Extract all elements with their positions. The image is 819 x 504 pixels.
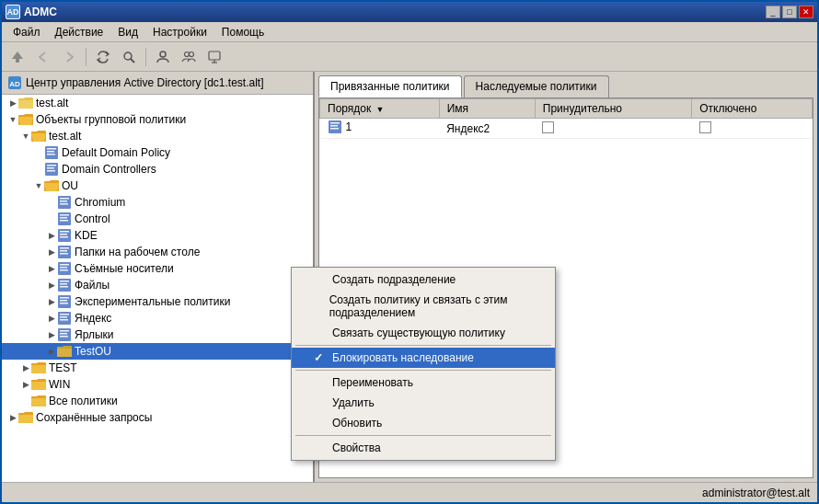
svg-point-3 <box>160 52 166 57</box>
ctx-label: Переименовать <box>332 376 413 389</box>
menu-help[interactable]: Помощь <box>214 24 271 40</box>
svg-rect-37 <box>60 267 67 269</box>
ctx-properties[interactable]: Свойства <box>292 438 555 458</box>
tree-toggle[interactable]: ▶ <box>46 230 57 241</box>
tree-label: Папки на рабочем столе <box>75 246 200 258</box>
ctx-refresh[interactable]: Обновить <box>292 413 555 433</box>
tree-toggle[interactable]: ▶ <box>46 280 57 291</box>
tree-toggle[interactable]: ▶ <box>7 97 18 109</box>
forced-checkbox[interactable] <box>542 121 554 133</box>
table-row[interactable]: 1 Яндекс2 <box>320 119 813 139</box>
tree-item-kde[interactable]: ▶ KDE <box>2 227 313 244</box>
tree-label: Экспериментальные политики <box>75 295 230 308</box>
tree-item-experimental[interactable]: ▶ Экспериментальные политики <box>2 293 313 310</box>
ctx-create-ou[interactable]: Создать подразделение <box>292 269 555 290</box>
context-menu: Создать подразделение Создать политику и… <box>291 267 556 461</box>
tree-item-all-policies[interactable]: Все политики <box>2 393 313 409</box>
tree-item-chromium[interactable]: Chromium <box>2 194 313 211</box>
tree-toggle[interactable]: ▶ <box>46 346 57 357</box>
svg-rect-21 <box>60 200 67 202</box>
close-button[interactable]: ✕ <box>799 6 813 18</box>
tree-item-testou[interactable]: ▶ TestOU <box>2 343 313 360</box>
toolbar-computer-button[interactable] <box>202 46 226 68</box>
menu-action[interactable]: Действие <box>48 24 111 40</box>
title-bar: AD ADMC _ □ ✕ <box>2 2 817 22</box>
svg-rect-13 <box>47 151 54 153</box>
svg-point-1 <box>124 52 132 60</box>
tree-label: Все политики <box>49 395 118 407</box>
tree-label: WIN <box>49 378 70 391</box>
svg-point-5 <box>190 52 194 56</box>
svg-rect-49 <box>60 316 67 318</box>
tree-toggle[interactable]: ▶ <box>46 246 57 258</box>
tree-item-test-alt-root[interactable]: ▶ test.alt <box>2 95 313 111</box>
ctx-link-existing[interactable]: Связать существующую политику <box>292 323 555 343</box>
tree-toggle[interactable]: ▼ <box>20 131 31 142</box>
maximize-button[interactable]: □ <box>782 6 797 18</box>
col-name[interactable]: Имя <box>439 99 535 119</box>
tree-item-saved-queries[interactable]: ▶ Сохранённые запросы <box>2 409 313 426</box>
tree-toggle[interactable]: ▶ <box>46 329 57 340</box>
tree-item-control[interactable]: Control <box>2 211 313 227</box>
tree-item-shortcuts[interactable]: ▶ Ярлыки <box>2 326 313 343</box>
ctx-delete[interactable]: Удалить <box>292 393 555 413</box>
toolbar-user-button[interactable] <box>151 46 175 68</box>
tree-toggle[interactable]: ▶ <box>46 313 57 324</box>
tree-label: TestOU <box>75 345 111 358</box>
svg-rect-38 <box>60 269 68 271</box>
toolbar-group-button[interactable] <box>177 46 201 68</box>
tree-toggle[interactable]: ▼ <box>7 114 18 125</box>
tree-label: Domain Controllers <box>62 163 156 176</box>
tab-inherited-policies[interactable]: Наследуемые политики <box>464 75 609 97</box>
toolbar-refresh-button[interactable] <box>91 46 115 68</box>
tree-body: ▶ test.alt ▼ Объекты групповой политики <box>2 95 313 426</box>
tree-item-yandex[interactable]: ▶ Яндекс <box>2 310 313 326</box>
toolbar-find-button[interactable] <box>117 46 141 68</box>
ctx-rename[interactable]: Переименовать <box>292 372 555 393</box>
menu-view[interactable]: Вид <box>110 24 145 40</box>
ctx-block-inheritance[interactable]: ✓ Блокировать наследование <box>292 348 555 368</box>
svg-rect-28 <box>60 231 69 233</box>
toolbar-up-button[interactable] <box>6 46 29 68</box>
svg-rect-30 <box>60 236 68 238</box>
menu-file[interactable]: Файл <box>6 24 48 40</box>
toolbar-sep-2 <box>145 48 146 66</box>
svg-rect-6 <box>209 52 220 60</box>
main-content: AD Центр управления Active Directory [dc… <box>2 72 817 482</box>
svg-rect-48 <box>60 314 69 315</box>
tree-item-papki[interactable]: ▶ Папки на рабочем столе <box>2 244 313 260</box>
svg-line-2 <box>131 59 134 63</box>
col-disabled[interactable]: Отключено <box>692 99 813 119</box>
tab-bound-policies[interactable]: Привязанные политики <box>318 75 462 97</box>
col-order[interactable]: Порядок ▼ <box>320 99 440 119</box>
tree-item-domain-controllers[interactable]: Domain Controllers <box>2 161 313 178</box>
minimize-button[interactable]: _ <box>766 6 780 18</box>
tree-item-ou[interactable]: ▼ OU <box>2 178 313 194</box>
tree-label: Ярлыки <box>75 328 114 341</box>
disabled-checkbox[interactable] <box>699 121 711 133</box>
tree-toggle[interactable]: ▶ <box>20 379 31 390</box>
svg-rect-44 <box>60 297 69 299</box>
tree-item-win[interactable]: ▶ WIN <box>2 376 313 393</box>
svg-rect-0 <box>16 59 19 63</box>
tree-toggle[interactable]: ▼ <box>33 180 44 191</box>
menu-settings[interactable]: Настройки <box>145 24 214 40</box>
tree-item-test[interactable]: ▶ TEST <box>2 360 313 376</box>
tree-item-files[interactable]: ▶ Файлы <box>2 277 313 293</box>
tree-item-removable[interactable]: ▶ Съёмные носители <box>2 260 313 277</box>
app-logo: AD <box>6 5 20 19</box>
toolbar-back-button[interactable] <box>31 46 55 68</box>
svg-rect-41 <box>60 283 67 285</box>
toolbar-forward-button[interactable] <box>57 46 81 68</box>
tree-toggle[interactable]: ▶ <box>46 263 57 274</box>
cell-order: 1 <box>320 119 440 139</box>
ctx-create-link-policy[interactable]: Создать политику и связать с этим подраз… <box>292 290 555 323</box>
svg-rect-17 <box>47 167 54 169</box>
tree-toggle[interactable]: ▶ <box>20 362 31 373</box>
tree-toggle[interactable]: ▶ <box>7 412 18 423</box>
tree-item-test-alt[interactable]: ▼ test.alt <box>2 128 313 144</box>
tree-item-group-policies[interactable]: ▼ Объекты групповой политики <box>2 111 313 128</box>
tree-toggle[interactable]: ▶ <box>46 296 57 307</box>
col-forced[interactable]: Принудительно <box>535 99 691 119</box>
tree-item-default-domain[interactable]: Default Domain Policy <box>2 144 313 161</box>
